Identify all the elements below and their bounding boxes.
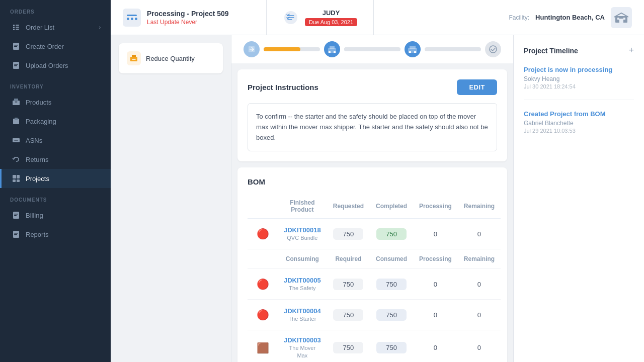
reduce-quantity-card[interactable]: Reduce Quantity <box>119 43 223 73</box>
svg-rect-3 <box>16 27 19 28</box>
timeline-header: Project Timeline + <box>524 45 634 56</box>
topbar-project: Processing - Project 509 Last Update Nev… <box>111 0 267 35</box>
consuming-processing-cell: 0 <box>413 300 458 330</box>
timeline-author: Sokvy Heang <box>524 75 634 82</box>
bom-col-finished-product: Finished Product <box>278 194 327 219</box>
progress-step-4[interactable] <box>485 41 501 57</box>
sidebar-section-label-orders: ORDERS <box>0 0 111 18</box>
sidebar-item-order-list[interactable]: Order List › <box>0 18 111 37</box>
svg-rect-20 <box>17 175 20 178</box>
pkg-icon <box>12 117 21 126</box>
consuming-link[interactable]: JDKIT00003 <box>284 336 321 344</box>
required-qty: 750 <box>333 309 363 321</box>
facility-label: Facility: <box>509 14 529 21</box>
sidebar-item-packaging[interactable]: Packaging <box>0 112 111 131</box>
svg-point-45 <box>490 46 497 53</box>
bom-title: BOM <box>248 177 265 186</box>
svg-rect-0 <box>13 25 15 26</box>
consuming-link[interactable]: JDKIT00005 <box>284 277 321 284</box>
sidebar-item-returns-label: Returns <box>26 156 101 163</box>
remaining-qty: 0 <box>477 230 481 238</box>
consuming-item-row: 🟫 JDKIT00003 The Mover Max 750 750 0 0 <box>248 330 501 362</box>
consumed-qty: 750 <box>376 342 407 353</box>
consuming-info-cell: JDKIT00005 The Safety <box>278 269 327 300</box>
sidebar-item-projects[interactable]: Projects <box>0 169 111 188</box>
instructions-header: Project Instructions EDIT <box>248 79 497 95</box>
sidebar-item-reports-label: Reports <box>26 231 101 238</box>
timeline-add-button[interactable]: + <box>628 45 634 56</box>
completed-cell: 750 <box>370 219 413 249</box>
consuming-item-row: 🔴 JDKIT00005 The Safety 750 750 0 0 <box>248 269 501 300</box>
project-instructions-card: Project Instructions EDIT To confirm -- … <box>237 69 507 161</box>
rep-icon <box>12 230 21 239</box>
bom-col-icon <box>248 194 278 219</box>
consuming-col-remaining: Remaining <box>458 249 501 269</box>
consuming-remaining-cell: 0 <box>458 300 501 330</box>
consuming-col-icon <box>248 249 278 269</box>
progress-fill <box>264 47 300 51</box>
upload-icon <box>12 61 21 70</box>
bom-table: Finished Product Requested Completed Pro… <box>248 194 501 362</box>
progress-track-2 <box>344 47 400 51</box>
sidebar-item-create-order[interactable]: Create Order <box>0 37 111 56</box>
consuming-link[interactable]: JDKIT00004 <box>284 307 321 315</box>
progress-step-3[interactable] <box>405 41 421 57</box>
edit-button[interactable]: EDIT <box>457 79 497 95</box>
progress-step-2[interactable] <box>324 41 340 57</box>
consumed-qty: 750 <box>376 309 407 321</box>
sidebar: ORDERS Order List › Create Order Upload … <box>0 0 111 362</box>
project-dot-2 <box>131 18 133 20</box>
sidebar-item-reports[interactable]: Reports <box>0 225 111 244</box>
svg-rect-39 <box>329 51 331 53</box>
arrow-icon: › <box>99 25 101 30</box>
topbar: Processing - Project 509 Last Update Nev… <box>111 0 644 35</box>
last-update-value: Never <box>181 19 197 26</box>
svg-rect-14 <box>15 102 18 103</box>
svg-rect-28 <box>14 234 17 235</box>
assignee-due: Due Aug 03, 2021 <box>305 18 357 26</box>
consuming-name: The Starter <box>288 316 316 322</box>
sidebar-section-inventory: INVENTORY Products Packaging ASNs Return… <box>0 75 111 188</box>
svg-rect-40 <box>334 51 336 53</box>
requested-qty: 750 <box>333 228 363 240</box>
svg-rect-7 <box>14 45 18 46</box>
reduce-quantity-label: Reduce Quantity <box>146 55 195 62</box>
progress-bar-container <box>231 35 513 63</box>
box-icon <box>12 98 21 107</box>
consuming-name: The Safety <box>289 285 315 291</box>
sidebar-item-products[interactable]: Products <box>0 93 111 112</box>
sidebar-item-products-label: Products <box>26 99 101 106</box>
consuming-processing-cell: 0 <box>413 330 458 362</box>
svg-rect-38 <box>330 46 335 49</box>
sidebar-item-upload-orders[interactable]: Upload Orders <box>0 56 111 75</box>
progress-step-1[interactable] <box>244 41 260 57</box>
consuming-icon-cell: 🔴 <box>248 269 278 300</box>
content-area: Reduce Quantity <box>111 35 644 362</box>
consuming-thumbnail: 🔴 <box>254 306 272 324</box>
svg-rect-43 <box>409 51 411 53</box>
progress-track-3 <box>425 47 481 51</box>
consumed-qty: 750 <box>376 279 407 290</box>
svg-rect-5 <box>16 29 19 30</box>
sidebar-item-asns[interactable]: ASNs <box>0 131 111 150</box>
consuming-remaining-cell: 0 <box>458 269 501 300</box>
consuming-remaining-qty: 0 <box>477 281 481 288</box>
svg-rect-32 <box>617 18 619 20</box>
svg-rect-18 <box>14 140 18 141</box>
topbar-facility: Facility: Huntington Beach, CA <box>497 0 644 35</box>
sidebar-item-order-list-label: Order List <box>26 24 99 31</box>
timeline-title: Project Timeline <box>524 47 578 55</box>
left-panel: Reduce Quantity <box>111 35 231 362</box>
remaining-cell: 0 <box>458 219 501 249</box>
requested-cell: 750 <box>327 219 370 249</box>
product-link[interactable]: JDKIT00018 <box>284 226 321 234</box>
consuming-col-name: Consuming <box>278 249 327 269</box>
svg-rect-27 <box>14 233 18 234</box>
svg-rect-19 <box>13 175 16 178</box>
sidebar-item-billing[interactable]: Billing <box>0 206 111 225</box>
doc-icon <box>12 42 21 51</box>
sidebar-item-packaging-label: Packaging <box>26 118 101 125</box>
consuming-thumbnail: 🔴 <box>254 275 272 293</box>
sidebar-item-returns[interactable]: Returns <box>0 150 111 169</box>
svg-rect-22 <box>17 179 20 182</box>
